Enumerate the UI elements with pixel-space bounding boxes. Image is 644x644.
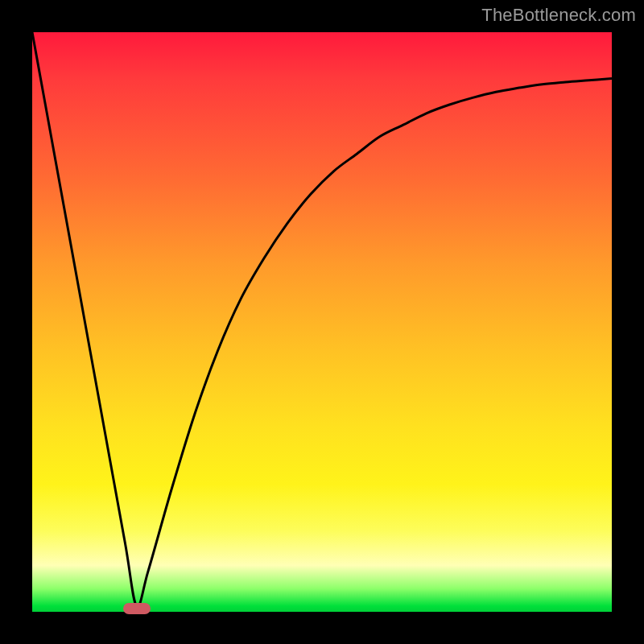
curve-path — [32, 32, 612, 607]
plot-area — [32, 32, 612, 612]
watermark-text: TheBottleneck.com — [481, 5, 636, 26]
bottleneck-curve — [32, 32, 612, 612]
optimal-point-marker — [123, 603, 151, 614]
chart-frame: TheBottleneck.com — [0, 0, 644, 644]
